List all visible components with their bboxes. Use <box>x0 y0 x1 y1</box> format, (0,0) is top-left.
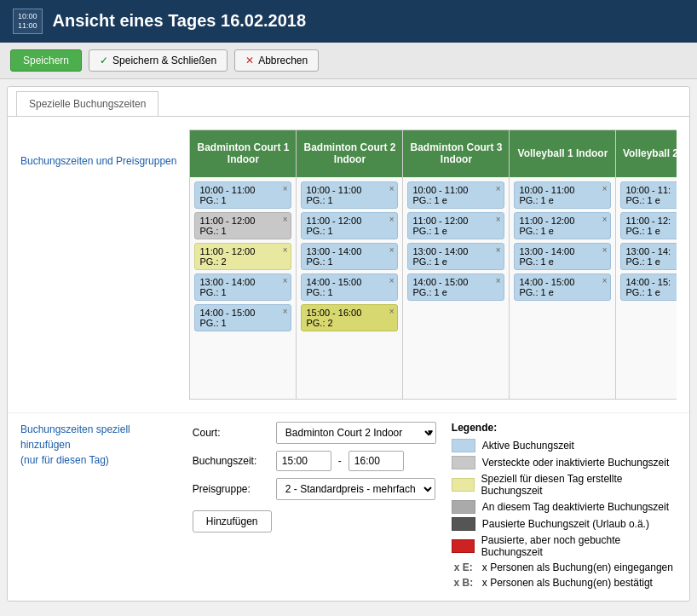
schedule-section: Buchungszeiten und Preisgruppen Badminto… <box>8 117 689 412</box>
close-icon[interactable]: × <box>602 184 608 193</box>
slot: 11:00 - 12:00 PG.: 1 e × <box>514 212 611 239</box>
toolbar: Speichern ✓ Speichern & Schließen ✕ Abbr… <box>0 43 697 79</box>
close-icon[interactable]: × <box>602 276 608 285</box>
court-header-2: Badminton Court 2 Indoor <box>297 130 402 177</box>
add-button[interactable]: Hinzufügen <box>193 510 272 533</box>
slot: 10:00 - 11: PG.: 1 e <box>620 181 677 209</box>
save-button[interactable]: Speichern <box>10 49 82 72</box>
legend-item-7: x E: x Personen als Buchung(en) eingegan… <box>452 561 677 573</box>
tab-bar: Spezielle Buchungszeiten <box>8 87 689 117</box>
main-panel: Spezielle Buchungszeiten Buchungszeiten … <box>7 86 690 602</box>
slot: 13:00 - 14:00 PG.: 1 e × <box>514 243 611 270</box>
slot: 11:00 - 12: PG.: 1 e <box>620 212 677 239</box>
preisgruppe-row: Preisgruppe: 2 - Standardpreis - mehrfac… <box>193 478 435 500</box>
slot: 13:00 - 14:00 PG.: 1 e × <box>407 243 504 270</box>
slot: 14:00 - 15:00 PG.: 1 e × <box>407 273 504 301</box>
cancel-button[interactable]: ✕ Abbrechen <box>234 49 319 72</box>
legend-item-2: Versteckte oder inaktivierte Buchungszei… <box>452 456 677 469</box>
time-separator: - <box>338 455 342 467</box>
close-icon[interactable]: × <box>283 276 288 285</box>
legend-text: Pausierte Buchungszeit (Urlaub o.ä.) <box>482 518 649 530</box>
slot: 14:00 - 15: PG.: 1 e <box>620 273 677 301</box>
legend-text: x Personen als Buchung(en) bestätigt <box>482 577 653 589</box>
close-icon[interactable]: × <box>602 215 608 224</box>
preisgruppe-select[interactable]: 2 - Standardpreis - mehrfach 1 - Standar… <box>276 478 435 500</box>
legend-b-icon: x B: <box>452 577 475 589</box>
legend-swatch <box>452 517 475 531</box>
slot: 11:00 - 12:00 PG.: 1 e × <box>407 212 504 239</box>
legend-item-6: Pausierte, aber noch gebuchte Buchungsze… <box>452 534 677 558</box>
slot: 11:00 - 12:00 PG.: 2 × <box>194 243 291 270</box>
legend-swatch <box>452 539 475 553</box>
header: 10:0011:00 Ansicht eines Tages 16.02.201… <box>0 0 697 43</box>
legend-swatch <box>452 439 475 452</box>
slot: 15:00 - 16:00 PG.: 2 × <box>301 304 398 331</box>
close-icon[interactable]: × <box>389 215 395 224</box>
legend-item-5: Pausierte Buchungszeit (Urlaub o.ä.) <box>452 517 677 531</box>
court-row: Court: Badminton Court 2 Indoor Badminto… <box>193 422 435 444</box>
legend-swatch <box>452 478 475 492</box>
preisgruppe-label: Preisgruppe: <box>193 483 269 495</box>
court-col-v1: Volleyball 1 Indoor 10:00 - 11:00 PG.: 1… <box>510 130 616 399</box>
court-header-3: Badminton Court 3 Indoor <box>403 130 509 177</box>
time-from-input[interactable] <box>276 451 331 471</box>
courts-container: Badminton Court 1 Indoor 10:00 - 11:00 P… <box>189 130 677 400</box>
close-icon[interactable]: × <box>496 245 501 255</box>
header-title: Ansicht eines Tages 16.02.2018 <box>53 11 307 31</box>
slot: 14:00 - 15:00 PG.: 1 e × <box>514 273 611 301</box>
court-slots-3: 10:00 - 11:00 PG.: 1 e × 11:00 - 12:00 P… <box>403 177 509 399</box>
slot: 13:00 - 14:00 PG.: 1 × <box>301 243 398 270</box>
slot: 13:00 - 14:00 PG.: 1 × <box>194 273 291 301</box>
close-icon[interactable]: × <box>389 276 395 285</box>
header-icon: 10:0011:00 <box>13 9 43 34</box>
close-icon[interactable]: × <box>283 184 288 193</box>
save-close-button[interactable]: ✓ Speichern & Schließen <box>89 49 228 72</box>
close-icon[interactable]: × <box>283 215 288 224</box>
court-header-v2: Volleyball 2 <box>616 130 677 177</box>
slot: 11:00 - 12:00 PG.: 1 × <box>194 212 291 239</box>
close-icon[interactable]: × <box>283 245 288 255</box>
form-area: Court: Badminton Court 2 Indoor Badminto… <box>193 422 435 592</box>
slot: 14:00 - 15:00 PG.: 1 × <box>301 273 398 301</box>
slot: 14:00 - 15:00 PG.: 1 × <box>194 304 291 331</box>
legend-text: Versteckte oder inaktivierte Buchungszei… <box>482 457 669 469</box>
courts-grid: Badminton Court 1 Indoor 10:00 - 11:00 P… <box>189 130 677 400</box>
court-slots-1: 10:00 - 11:00 PG.: 1 × 11:00 - 12:00 PG.… <box>190 177 296 399</box>
court-label: Court: <box>193 427 269 439</box>
legend-item-4: An diesem Tag deaktivierte Buchungszeit <box>452 500 677 514</box>
close-icon[interactable]: × <box>389 307 395 316</box>
add-special-label: Buchungszeiten speziell hinzufügen(nur f… <box>20 422 176 592</box>
slot: 10:00 - 11:00 PG.: 1 e × <box>407 181 504 209</box>
time-row: Buchungszeit: - <box>193 451 435 471</box>
close-icon[interactable]: × <box>496 184 501 193</box>
dropdown-icon: ▼ <box>426 428 435 437</box>
court-col-2: Badminton Court 2 Indoor 10:00 - 11:00 P… <box>297 130 403 399</box>
legend-text: Aktive Buchungszeit <box>482 440 574 452</box>
time-to-input[interactable] <box>348 451 404 471</box>
legend-x-icon: x E: <box>452 561 475 573</box>
close-icon[interactable]: × <box>496 276 501 285</box>
legend-item-8: x B: x Personen als Buchung(en) bestätig… <box>452 577 677 589</box>
slot: 13:00 - 14: PG.: 1 e <box>620 243 677 270</box>
legend-area: Legende: Aktive Buchungszeit Versteckte … <box>452 422 677 592</box>
legend-text: x Personen als Buchung(en) eingegangen <box>482 561 673 573</box>
court-col-3: Badminton Court 3 Indoor 10:00 - 11:00 P… <box>403 130 510 399</box>
court-col-1: Badminton Court 1 Indoor 10:00 - 11:00 P… <box>190 130 297 399</box>
close-icon[interactable]: × <box>283 307 288 316</box>
legend-swatch <box>452 456 475 469</box>
close-icon[interactable]: × <box>389 184 395 193</box>
schedule-sidebar-label: Buchungszeiten und Preisgruppen <box>20 130 176 400</box>
close-icon[interactable]: × <box>602 245 608 255</box>
legend-item-1: Aktive Buchungszeit <box>452 439 677 452</box>
court-slots-2: 10:00 - 11:00 PG.: 1 × 11:00 - 12:00 PG.… <box>297 177 402 399</box>
legend-title: Legende: <box>452 422 677 434</box>
tab-spezielle[interactable]: Spezielle Buchungszeiten <box>16 91 158 116</box>
close-icon[interactable]: × <box>389 245 395 255</box>
close-icon[interactable]: × <box>496 215 501 224</box>
court-header-v1: Volleyball 1 Indoor <box>510 130 615 177</box>
slot: 10:00 - 11:00 PG.: 1 × <box>301 181 398 209</box>
court-slots-v2: 10:00 - 11: PG.: 1 e 11:00 - 12: PG.: 1 … <box>616 177 677 399</box>
court-header-1: Badminton Court 1 Indoor <box>190 130 296 177</box>
court-select[interactable]: Badminton Court 2 Indoor Badminton Court… <box>276 422 436 444</box>
legend-text: An diesem Tag deaktivierte Buchungszeit <box>482 501 669 513</box>
